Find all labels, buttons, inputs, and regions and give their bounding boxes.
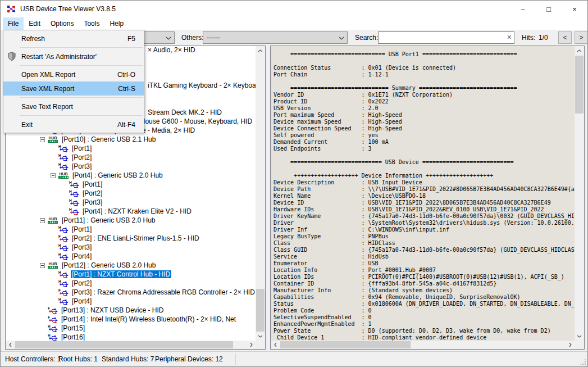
tree-item-label[interactable]: [Port1] [71,144,93,152]
menu-item-refresh[interactable]: RefreshF5 [3,31,144,46]
tree-item-label[interactable]: [Port3] : Razer Chroma Addressable RGB C… [71,288,256,296]
tree-horizontal-scrollbar[interactable] [6,341,256,349]
tree-item-label[interactable]: [Port12] : Generic USB 2.0 Hub [61,261,157,269]
search-input[interactable]: × [378,31,514,44]
tree-item-label[interactable]: [Port3] [71,243,93,251]
tree-item-label[interactable]: [Port4] : Generic USB 2.0 Hub [71,171,164,179]
tree-item[interactable]: H[Port1] : NZXT Control Hub - HID [58,270,171,279]
tree-item-fragment[interactable]: iTKL Gaming Keyboard - 2× Keyboard, 2× [148,81,266,90]
tree-item[interactable]: HUB[Port12] : Generic USB 2.0 Hub [40,261,157,270]
menu-item-save-text-report[interactable]: Save Text Report [3,99,144,114]
tree-item-label[interactable]: [Port2] [71,279,93,287]
tree-item-label[interactable]: [Port11] : Generic USB 2.0 Hub [61,216,157,224]
tree-item[interactable]: F[Port2] : ENE LianLi-Strimer Plus-1.5 -… [58,234,200,243]
tree-item[interactable]: H[Port3] [58,162,93,171]
usb-port-h-icon: H [48,324,58,333]
tree-item-label[interactable]: [Port1] [81,180,103,188]
scroll-right-icon[interactable] [247,341,256,349]
details-hscroll-thumb[interactable] [280,341,411,348]
tree-item[interactable]: HUB[Port10] : Generic USB 2.1 Hub [40,135,157,144]
menubar-item-help[interactable]: Help [104,17,129,30]
svg-text:H: H [58,252,61,256]
tree-item-label[interactable]: [Port4] : NZXT Kraken Elite V2 - HID [81,207,193,215]
hub-icon: HUB [58,172,69,179]
tree-item[interactable]: H[Port1] [58,225,93,234]
scroll-left-icon[interactable] [6,341,15,349]
tree-item-label[interactable]: [Port2] [81,189,103,197]
others-label: Others: [181,34,203,42]
details-horizontal-scrollbar[interactable] [271,341,575,349]
minimize-button[interactable]: – [510,1,536,17]
tree-item-label[interactable]: [Port4] [71,297,93,305]
tree-item[interactable]: H[Port4] : NZXT Kraken Elite V2 - HID [69,207,193,216]
tree-item-label[interactable]: [Port1] [71,225,93,233]
tree-item[interactable]: H[Port3] [58,243,93,252]
tree-item[interactable]: H[Port2] [58,279,93,288]
clear-search-icon[interactable]: × [507,33,512,42]
tree-item[interactable]: H[Port1] [58,144,93,153]
tree-vertical-scrollbar[interactable] [256,46,265,341]
tree-item[interactable]: H[Port4] [58,297,93,306]
tree-item-label-selected[interactable]: [Port1] : NZXT Control Hub - HID [71,270,171,278]
collapse-expander-icon[interactable] [51,173,56,178]
tree-item-label[interactable]: [Port13] : NZXT USB Device - HID [60,306,165,314]
close-button[interactable]: × [562,1,587,17]
maximize-button[interactable]: □ [536,1,562,17]
scroll-down-icon[interactable] [575,332,584,341]
menu-item-label: Save XML Report [21,85,74,93]
tree-item[interactable]: H[Port4] [58,252,93,261]
tree-item-label[interactable]: [Port14] : Intel Intel(R) Wireless Bluet… [60,315,237,323]
details-vscroll-thumb[interactable] [575,56,584,114]
collapse-expander-icon[interactable] [40,218,45,223]
tree-item-label[interactable]: [Port2] : ENE LianLi-Strimer Plus-1.5 - … [71,234,200,242]
tree-item[interactable]: H[Port3] [69,198,103,207]
usb-dev-f-icon: F [48,315,58,324]
menu-item-save-xml-report[interactable]: Save XML ReportCtrl-S [3,81,144,96]
tree-item[interactable]: H[Port1] [69,180,103,189]
tree-item-label[interactable]: [Port10] : Generic USB 2.1 Hub [61,135,157,143]
svg-text:H: H [69,189,72,193]
scroll-left-icon[interactable] [271,341,280,349]
others-combobox[interactable]: ------ [203,31,348,44]
scroll-up-icon[interactable] [575,46,584,55]
details-vertical-scrollbar[interactable] [575,46,584,341]
next-hit-button[interactable]: > [575,31,588,44]
menu-item-restart-as-administrator[interactable]: Restart 'As Administrator' [3,49,144,64]
tree-item[interactable]: HUB[Port11] : Generic USB 2.0 Hub [40,216,157,225]
tree-item-fragment[interactable]: × Audio, 2× HID [148,46,195,55]
tree-hscroll-thumb[interactable] [15,341,233,348]
tree-item[interactable]: F[Port14] : Intel Intel(R) Wireless Blue… [48,315,237,324]
menubar-item-options[interactable]: Options [45,17,79,30]
tree-item[interactable]: H[Port15] [48,324,86,333]
menubar-item-edit[interactable]: Edit [24,17,45,30]
usb-port-h-icon: H [58,243,69,252]
tree-item[interactable]: F[Port13] : NZXT USB Device - HID [48,306,165,315]
tree-item-fragment[interactable]: Stream Deck MK.2 - HID [148,108,222,117]
menu-item-open-xml-report[interactable]: Open XML ReportCtrl-O [3,67,144,81]
tree-item[interactable]: H[Port2] [69,189,103,198]
scroll-up-icon[interactable] [256,46,265,55]
collapse-expander-icon[interactable] [40,263,45,268]
tree-item-label[interactable]: [Port2] [71,153,93,161]
menubar-item-tools[interactable]: Tools [79,17,104,30]
tree-vscroll-thumb[interactable] [256,289,265,332]
previous-hit-button[interactable]: < [558,31,572,44]
tree-item-label[interactable]: [Port4] [71,252,93,260]
tree-item[interactable]: H[Port2] [58,153,93,162]
tree-item[interactable]: HUB[Port4] : Generic USB 2.0 Hub [51,171,164,180]
tree-item-label[interactable]: [Port3] [81,198,103,206]
resize-grip[interactable] [580,359,586,365]
tree-item-label[interactable]: [Port3] [71,162,93,170]
hits-label: Hits: [522,34,535,42]
menubar-item-file[interactable]: File [3,17,24,30]
chevron-down-icon [166,37,171,40]
scroll-down-icon[interactable] [256,332,265,341]
menu-item-exit[interactable]: ExitAlt-F4 [3,117,144,132]
tree-item-label[interactable]: [Port16] [60,333,86,341]
collapse-expander-icon[interactable] [40,137,45,142]
menu-item-label: Exit [21,121,33,129]
tree-item[interactable]: F[Port3] : Razer Chroma Addressable RGB … [58,288,256,297]
scroll-right-icon[interactable] [566,341,575,349]
device-details-text: ============================ USB Port1 =… [271,46,575,341]
tree-item-label[interactable]: [Port15] [60,324,86,332]
